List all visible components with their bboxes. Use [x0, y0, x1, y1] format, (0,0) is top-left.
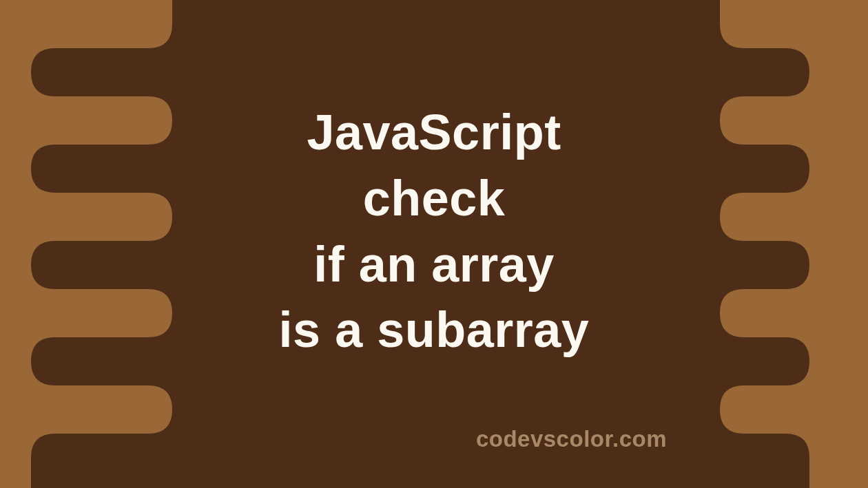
credit-text: codevscolor.com [476, 426, 667, 452]
title-line-2: check [0, 166, 868, 232]
title-line-3: if an array [0, 232, 868, 298]
title-line-1: JavaScript [0, 100, 868, 166]
title-text: JavaScript check if an array is a subarr… [0, 100, 868, 363]
title-line-4: is a subarray [0, 297, 868, 363]
